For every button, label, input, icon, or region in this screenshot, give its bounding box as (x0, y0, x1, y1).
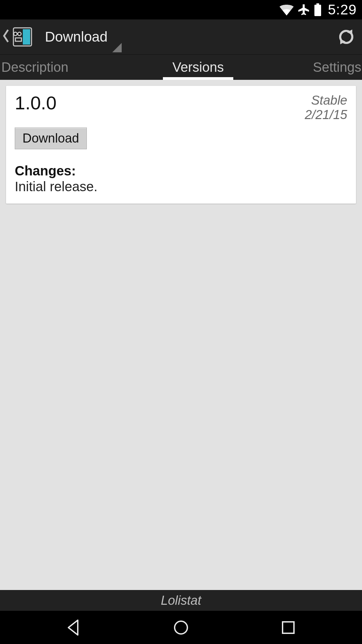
svg-rect-0 (316, 3, 319, 5)
tab-settings[interactable]: Settings (295, 55, 362, 80)
content-area[interactable]: 1.0.0 Stable 2/21/15 Download Changes: I… (0, 80, 362, 590)
action-bar: Download (0, 19, 362, 54)
tab-label: Versions (172, 60, 224, 75)
wifi-icon (280, 4, 294, 15)
svg-rect-1 (314, 5, 321, 16)
svg-rect-10 (283, 622, 294, 633)
nav-bar (0, 611, 362, 644)
svg-rect-3 (23, 29, 30, 45)
status-time: 5:29 (328, 2, 357, 18)
action-bar-title[interactable]: Download (45, 29, 108, 45)
version-card: 1.0.0 Stable 2/21/15 Download Changes: I… (6, 86, 356, 204)
version-header: 1.0.0 Stable 2/21/15 (15, 93, 347, 122)
tab-label: Settings (313, 60, 361, 75)
footer-bar: Lolistat (0, 590, 362, 611)
version-stability: Stable (305, 93, 347, 108)
changes-label: Changes: (15, 163, 347, 178)
refresh-button[interactable] (337, 27, 356, 47)
version-meta: Stable 2/21/15 (305, 93, 347, 122)
back-chevron-icon[interactable] (2, 29, 11, 45)
tab-versions[interactable]: Versions (101, 55, 295, 80)
airplane-icon (298, 4, 310, 16)
tab-description[interactable]: Description (0, 55, 101, 80)
xposed-app-icon[interactable] (11, 26, 34, 48)
changes-text: Initial release. (15, 179, 347, 194)
download-button[interactable]: Download (15, 127, 87, 149)
nav-home-button[interactable] (161, 616, 201, 639)
nav-back-button[interactable] (54, 616, 94, 639)
status-bar: 5:29 (0, 0, 362, 19)
svg-point-5 (18, 32, 21, 36)
nav-recent-button[interactable] (268, 616, 308, 639)
svg-rect-6 (15, 38, 21, 41)
version-number: 1.0.0 (15, 93, 57, 113)
tab-label: Description (1, 60, 68, 75)
spinner-triangle-icon[interactable] (112, 43, 122, 52)
battery-icon (314, 3, 322, 16)
footer-title: Lolistat (161, 593, 201, 608)
changes-section: Changes: Initial release. (15, 163, 347, 194)
svg-point-9 (175, 621, 187, 634)
svg-point-4 (14, 32, 17, 36)
tab-strip: Description Versions Settings (0, 54, 362, 80)
version-date: 2/21/15 (305, 108, 347, 122)
